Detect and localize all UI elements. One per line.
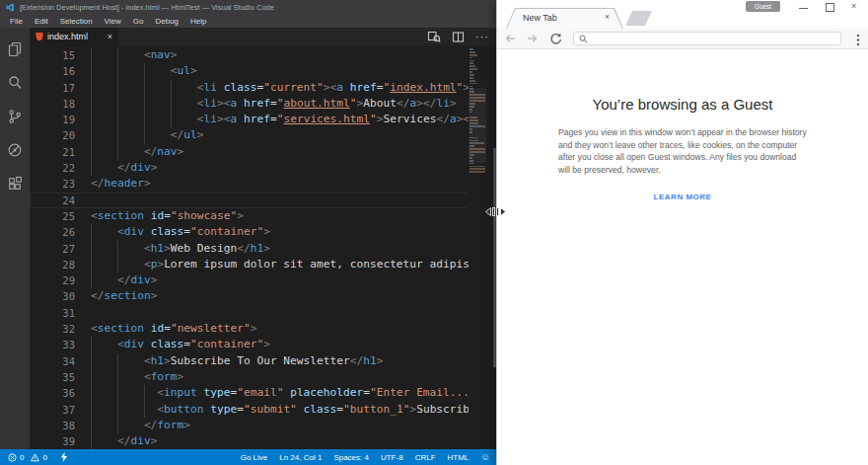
search-icon[interactable] [0,66,30,100]
code-line-38: 38</form> [30,418,498,433]
split-editor-icon[interactable] [452,31,465,43]
indentation-setting[interactable]: Spaces: 4 [333,453,369,462]
line-number: 38 [30,418,75,433]
language-mode[interactable]: HTML [448,453,470,462]
guest-page: You’re browsing as a Guest Pages you vie… [497,49,868,465]
address-bar[interactable] [573,32,841,45]
minimap[interactable] [469,45,486,449]
source-control-icon[interactable] [0,100,30,133]
code-editor[interactable]: 15<nav>16<ul>17<li class="current"><a hr… [30,45,498,449]
close-icon[interactable]: × [108,33,112,41]
menu-go[interactable]: Go [127,17,150,26]
code-line-31: 31 [30,305,498,321]
line-number: 22 [30,160,75,176]
minimap-viewport[interactable] [469,88,486,163]
code-line-28: 28<p>Lorem ipsum dolor sit amet, consect… [30,257,498,272]
menu-selection[interactable]: Selection [54,17,99,26]
line-number: 19 [30,112,75,127]
guest-description: Pages you view in this window won’t appe… [558,126,807,176]
feedback-smiley-icon[interactable]: ☺ [480,452,490,462]
guest-heading: You’re browsing as a Guest [497,49,868,113]
menu-help[interactable]: Help [184,17,212,26]
line-number: 18 [30,96,75,112]
warning-count: 0 [42,453,46,462]
debug-icon[interactable] [0,133,30,167]
vscode-window: [Extension Development Host] - index.htm… [0,0,498,465]
code-line-37: 37<button type="submit" class="button_1"… [30,402,498,418]
code-line-18: 18<li><a href="about.html">About</a></li… [30,96,498,112]
menu-debug[interactable]: Debug [149,17,184,26]
line-number: 33 [30,337,75,352]
code-line-25: 25<section id="showcase"> [30,208,498,224]
explorer-icon[interactable] [0,33,30,66]
problems-indicator[interactable]: 0 0 [8,452,68,462]
code-line-32: 32<section id="newsletter"> [30,321,498,337]
resize-cursor-icon [485,203,506,221]
code-line-15: 15<nav> [30,47,498,63]
cursor-position[interactable]: Ln 24, Col 1 [279,453,322,462]
line-number: 32 [30,321,75,337]
reload-icon[interactable] [548,32,562,49]
line-number: 34 [30,353,75,369]
menu-view[interactable]: View [99,17,127,26]
html-file-icon [36,33,43,41]
vscode-menubar: File Edit Selection View Go Debug Help [0,14,498,28]
window-close-icon[interactable]: × [851,1,856,11]
minimize-icon[interactable] [799,8,808,9]
tab-index-html[interactable]: index.html × [30,28,118,45]
eol-setting[interactable]: CRLF [415,453,436,462]
line-number: 26 [30,224,75,240]
menu-edit[interactable]: Edit [29,17,54,26]
line-number: 24 [30,193,75,208]
extensions-icon[interactable] [0,167,30,200]
encoding-setting[interactable]: UTF-8 [381,453,403,462]
lightning-icon[interactable] [60,452,68,462]
line-number: 20 [30,127,75,143]
code-line-36: 36<input type="email" placeholder="Enter… [30,385,498,401]
back-icon[interactable] [503,32,517,49]
learn-more-link[interactable]: LEARN MORE [497,193,868,201]
line-number: 25 [30,208,75,224]
tab-close-icon[interactable]: × [605,12,610,22]
line-number: 17 [30,80,75,96]
editor-actions: ··· [427,30,498,43]
window-title: [Extension Development Host] - index.htm… [20,3,274,12]
code-line-16: 16<ul> [30,63,498,79]
code-line-24: 24 [30,193,498,208]
code-line-27: 27<h1>Web Design</h1> [30,241,498,257]
maximize-icon[interactable] [826,3,834,12]
menu-file[interactable]: File [4,17,29,26]
code-line-35: 35<form> [30,369,498,385]
open-preview-icon[interactable] [427,30,441,43]
browser-menu-icon[interactable] [856,33,860,50]
editor-tabbar: index.html × ··· [30,28,498,45]
new-tab-button[interactable] [625,11,652,26]
status-bar: 0 0 Go Live Ln 24, Col 1 Spaces: 4 UTF-8… [0,449,498,465]
error-icon [8,453,17,462]
forward-icon[interactable] [526,32,540,49]
code-line-33: 33<div class="container"> [30,337,498,352]
go-live-button[interactable]: Go Live [241,453,268,462]
browser-tab-title: New Tab [523,13,557,23]
guest-profile-badge[interactable]: Guest [746,1,780,12]
line-number: 35 [30,369,75,385]
browser-window: Guest × New Tab × [496,0,868,465]
omnibox-search-icon [579,35,588,43]
code-line-17: 17<li class="current"><a href="index.htm… [30,80,498,96]
line-number: 37 [30,402,75,418]
line-number: 31 [30,305,75,321]
line-number: 15 [30,47,75,63]
more-actions-icon[interactable]: ··· [475,32,489,42]
code-line-34: 34<h1>Subscribe To Our Newsletter</h1> [30,353,498,369]
line-number: 21 [30,144,75,160]
vscode-titlebar: [Extension Development Host] - index.htm… [0,0,498,14]
code-line-20: 20</ul> [30,127,498,143]
browser-tab-new-tab[interactable]: New Tab × [506,8,623,29]
warning-icon [31,453,39,462]
code-line-39: 39</div> [30,433,498,449]
error-count: 0 [20,453,24,462]
code-line-30: 30</section> [30,288,498,304]
line-number: 16 [30,63,75,79]
line-number: 30 [30,288,75,304]
line-number: 29 [30,272,75,288]
